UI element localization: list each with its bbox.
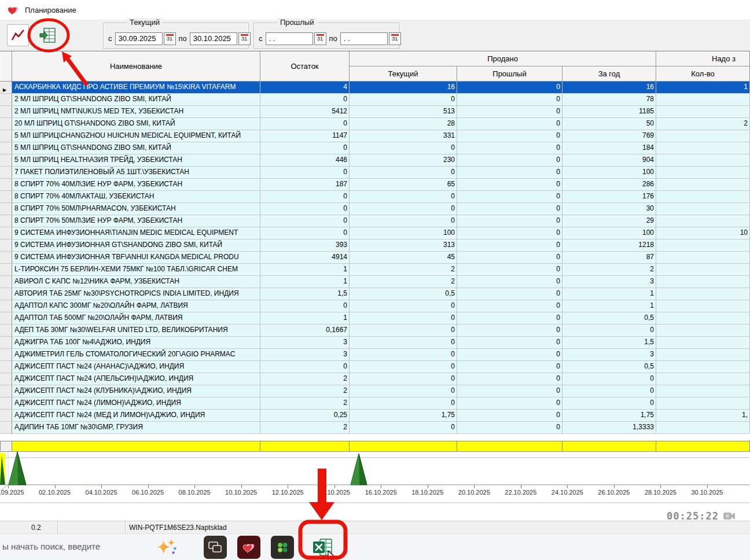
current-from-date-field[interactable]: 30.09.2025 [115,32,163,45]
stock-cell: 3 [260,337,350,349]
excel-export-button[interactable] [35,24,61,47]
toolbar: Текущий с 30.09.2025 31 по 30.10.2025 31… [0,20,750,51]
sold-past-cell: 0 [457,337,562,349]
chart-x-label: 12.10.2025 [264,489,311,496]
table-row[interactable]: 8 СПИРТ 70% 50МЛ\PHARMACON, УЗБЕКИСТАН 0… [0,203,750,215]
sold-year-cell: 30 [562,203,656,215]
product-name-cell: АДЖИСЕПТ ПАСТ №24 (АНАНАС)\АДЖИО, ИНДИЯ [12,361,260,373]
table-row[interactable]: АДЖИСЕПТ ПАСТ №24 (АНАНАС)\АДЖИО, ИНДИЯ … [0,361,750,373]
table-row[interactable]: 8 СПИРТ 70% 50МЛ\ЗИЕ НУР ФАРМ, УЗБЕКИСТА… [0,215,750,227]
sold-current-cell: 0 [350,203,457,215]
stock-cell: 0 [260,215,350,227]
current-to-date-field[interactable]: 30.10.2025 [190,32,237,45]
need-qty-cell [656,312,750,325]
past-to-date-field[interactable]: . . [340,32,388,45]
sold-current-cell: 0 [350,325,457,337]
product-name-cell: 8 СПИРТ 70% 40МЛ\ЗИЕ НУР ФАРМ, УЗБЕКИСТА… [12,179,260,191]
past-from-date-field[interactable]: . . [266,32,313,45]
need-qty-cell [656,397,750,410]
table-row[interactable]: L-ТИРОКСИН 75 БЕРЛИН-ХЕМИ 75МКГ №100 ТАБ… [0,264,750,276]
table-row[interactable]: 20 МЛ ШПРИЦ GT\SHANDONG ZIBO SMI, КИТАЙ … [0,118,750,130]
table-row[interactable]: АДАПТОЛ ТАБ 500МГ №20\ОЛАЙН ФАРМ, ЛАТВИЯ… [0,312,750,325]
chart-x-label: 06.10.2025 [125,489,171,496]
stock-cell: 3 [260,349,350,361]
table-row[interactable]: АДЖИСЕПТ ПАСТ №24 (КЛУБНИКА)\АДЖИО, ИНДИ… [0,385,750,397]
totals-row [0,441,750,452]
stock-cell: 4914 [260,252,350,264]
table-row[interactable]: 8 СПИРТ 70% 40МЛ\АКТАШ, УЗБЕКИСТАН 0 0 0… [0,191,750,203]
to-label: по [329,34,337,43]
taskbar-search[interactable]: ы начать поиск, введите [2,541,100,551]
need-qty-cell [656,167,750,179]
table-row[interactable]: АВИРОЛ С КАПС №12\НИКА ФАРМ, УЗБЕКИСТАН … [0,276,750,288]
product-name-cell: АДИПИН ТАБ 10МГ №30\GMP, ГРУЗИЯ [12,422,260,434]
table-row[interactable]: АДЖИСЕПТ ПАСТ №24 (ЛИМОН)\АДЖИО, ИНДИЯ 2… [0,397,750,410]
past-to-calendar-button[interactable]: 31 [389,32,401,45]
past-from-calendar-button[interactable]: 31 [314,32,326,45]
copilot-button[interactable] [154,536,177,559]
taskbar-app-dots-button[interactable] [271,536,294,559]
table-row[interactable]: АСКАРБИНКА КИДС ПРО АСТИВЕ ПРЕМИУМ №15\K… [0,82,750,94]
line-chart-icon [10,28,25,42]
taskbar-app-frames-button[interactable] [204,536,227,559]
stock-cell: 0 [260,361,350,373]
current-to-calendar-button[interactable]: 31 [238,32,251,45]
table-row[interactable]: 7 ПАКЕТ ПОЛИЭТИЛЕНОВЫЙ А5 1ШТ.\УЗБЕКИСТА… [0,167,750,179]
stock-cell: 1 [260,276,350,288]
sold-current-cell: 0 [350,422,457,434]
row-selector-cell [0,288,12,300]
product-name-cell: 5 МЛ ШПРИЦ HEALTH\АЗИЯ ТРЕЙД, УЗБЕКИСТАН [12,154,260,167]
stock-cell: 0 [260,118,350,130]
table-row[interactable]: АДАПТОЛ КАПС 300МГ №20\ОЛАЙН ФАРМ, ЛАТВИ… [0,300,750,312]
table-row[interactable]: АДЖИСЕПТ ПАСТ №24 (МЕД И ЛИМОН)\АДЖИО, И… [0,410,750,422]
row-selector-cell [0,203,12,215]
need-qty-cell [656,373,750,385]
current-from-calendar-button[interactable]: 31 [164,32,176,45]
chart-x-label: 18.10.2025 [405,489,451,496]
planning-app-taskbar-button[interactable] [237,536,260,559]
chart-x-label: 14.10.2025 [311,489,358,496]
stock-cell: 446 [260,154,350,167]
need-qty-cell [656,130,750,142]
sold-past-cell: 0 [457,106,562,118]
table-row[interactable]: 5 МЛ ШПРИЦ HEALTH\АЗИЯ ТРЕЙД, УЗБЕКИСТАН… [0,154,750,167]
sold-current-cell: 513 [350,106,457,118]
column-header-sold-current: Текущий [350,67,457,82]
table-header: Наименование Остаток Продано Надо з Теку… [0,51,750,82]
table-row[interactable]: АДИПИН ТАБ 10МГ №30\GMP, ГРУЗИЯ 2 0 0 1,… [0,422,750,434]
chart-axis-tick [194,485,195,488]
sold-current-cell: 2 [350,264,457,276]
sales-chart: 30.09.202502.10.202504.10.202506.10.2025… [0,452,750,518]
table-row[interactable]: 9 СИСТЕМА ИНФУЗИОННАЯ\TIANJIN MEDIC MEDI… [0,227,750,240]
product-name-cell: АДЕП ТАБ 30МГ №30\WELFAR UNITED LTD, ВЕЛ… [12,325,260,337]
stock-cell: 4 [260,82,350,94]
table-row[interactable]: 9 СИСТЕМА ИНФУЗИОННАЯ TBF\ANHUI KANGDA M… [0,252,750,264]
product-name-cell: АДЖИМЕТРИЛ ГЕЛЬ СТОМАТОЛОГИЧЕСКИЙ 20Г\AG… [12,349,260,361]
stock-cell: 1 [260,312,350,325]
table-row[interactable]: АДЖИМЕТРИЛ ГЕЛЬ СТОМАТОЛОГИЧЕСКИЙ 20Г\AG… [0,349,750,361]
status-version: 0.2 [0,521,58,533]
table-row[interactable]: 5 МЛ ШПРИЦ\CHANGZHOU HUICHUN MEDICAL EQU… [0,130,750,142]
need-qty-cell: 2 [656,118,750,130]
table-row[interactable]: АДЖИГРА ТАБ 100Г №4\АДЖИО, ИНДИЯ 3 0 0 1… [0,337,750,349]
need-qty-cell [656,203,750,215]
table-row[interactable]: АВТОРИЯ ТАБ 25МГ №30\PSYCHOTROPICS INDIA… [0,288,750,300]
table-row[interactable]: АДЕП ТАБ 30МГ №30\WELFAR UNITED LTD, ВЕЛ… [0,325,750,337]
sold-past-cell: 0 [457,422,562,434]
chart-axis-tick [241,485,242,488]
table-row[interactable]: АДЖИСЕПТ ПАСТ №24 (АПЕЛЬСИН)\АДЖИО, ИНДИ… [0,373,750,385]
row-selector-cell [0,130,12,142]
table-row[interactable]: 9 СИСТЕМА ИНФУЗИОННАЯ GT\SHANDONG ZIBO S… [0,240,750,252]
chart-x-label: 02.10.2025 [32,489,78,496]
sold-past-cell: 0 [457,325,562,337]
table-row[interactable]: 8 СПИРТ 70% 40МЛ\ЗИЕ НУР ФАРМ, УЗБЕКИСТА… [0,179,750,191]
table-row[interactable]: 2 МЛ ШПРИЦ NMT\NUKUS MED TEX, УЗБЕКИСТАН… [0,106,750,118]
chart-button[interactable] [7,24,29,46]
table-row[interactable]: 2 МЛ ШПРИЦ GT\SHANDONG ZIBO SMI, КИТАЙ 0… [0,94,750,106]
past-group-label: Прошлый [277,18,317,27]
sold-year-cell: 184 [562,142,656,154]
chart-x-label: 16.10.2025 [358,489,404,496]
table-row[interactable]: 5 МЛ ШПРИЦ GT\SHANDONG ZIBO SMI, КИТАЙ 0… [0,142,750,154]
row-selector-cell [0,264,12,276]
totals-sold-year-cell [562,441,656,452]
